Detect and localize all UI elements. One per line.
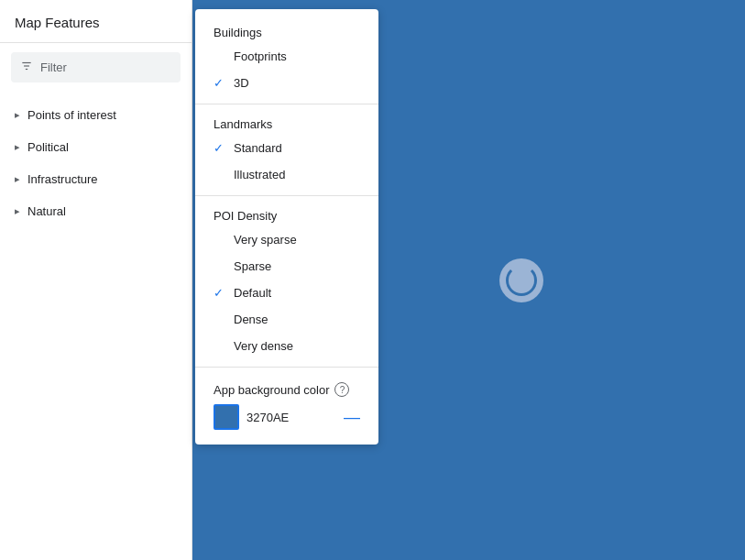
map-loading-spinner	[499, 258, 543, 302]
dropdown-panel: Buildings Footprints ✓ 3D Landmarks ✓ St…	[195, 9, 378, 445]
sidebar: Map Features Filter ▸ Points of interest…	[0, 0, 192, 560]
sidebar-item-political[interactable]: ▸ Political	[0, 131, 192, 163]
very-sparse-option[interactable]: Very sparse	[195, 226, 378, 253]
filter-icon	[20, 60, 33, 75]
sidebar-nav: ▸ Points of interest ▸ Political ▸ Infra…	[0, 92, 192, 235]
help-icon[interactable]: ?	[334, 382, 349, 397]
standard-option[interactable]: ✓ Standard	[195, 135, 378, 161]
check-icon: ✓	[214, 286, 228, 300]
sparse-label: Sparse	[234, 259, 271, 273]
poi-density-section-title: POI Density	[195, 203, 378, 226]
check-icon: ✓	[214, 141, 228, 155]
very-sparse-label: Very sparse	[234, 233, 297, 247]
sparse-option[interactable]: Sparse	[195, 253, 378, 280]
illustrated-label: Illustrated	[234, 168, 285, 181]
3d-option[interactable]: ✓ 3D	[195, 70, 378, 96]
footprints-label: Footprints	[234, 49, 287, 63]
sidebar-item-label: Natural	[27, 204, 66, 218]
app-bg-label-row: App background color ?	[214, 382, 360, 397]
chevron-right-icon: ▸	[15, 141, 20, 153]
color-clear-button[interactable]: —	[344, 408, 360, 427]
very-dense-option[interactable]: Very dense	[195, 333, 378, 359]
color-swatch[interactable]	[214, 404, 239, 430]
color-row: 3270AE —	[214, 404, 360, 430]
sidebar-item-label: Political	[27, 140, 69, 154]
divider-1	[195, 104, 378, 104]
dense-option[interactable]: Dense	[195, 306, 378, 333]
3d-label: 3D	[234, 76, 249, 90]
sidebar-item-label: Infrastructure	[27, 172, 98, 186]
default-option[interactable]: ✓ Default	[195, 280, 378, 306]
color-value[interactable]: 3270AE	[247, 411, 311, 424]
default-label: Default	[234, 286, 271, 300]
sidebar-title: Map Features	[15, 15, 100, 30]
filter-label: Filter	[40, 60, 67, 74]
sidebar-item-natural[interactable]: ▸ Natural	[0, 195, 192, 227]
sidebar-item-poi[interactable]: ▸ Points of interest	[0, 99, 192, 131]
sidebar-header: Map Features	[0, 0, 192, 43]
illustrated-option[interactable]: Illustrated	[195, 161, 378, 188]
standard-label: Standard	[234, 141, 282, 155]
very-dense-label: Very dense	[234, 339, 293, 353]
divider-3	[195, 367, 378, 368]
chevron-right-icon: ▸	[15, 109, 20, 121]
landmarks-section-title: Landmarks	[195, 112, 378, 135]
app-bg-label: App background color	[214, 383, 329, 397]
sidebar-item-infrastructure[interactable]: ▸ Infrastructure	[0, 163, 192, 195]
footprints-option[interactable]: Footprints	[195, 43, 378, 70]
dense-label: Dense	[234, 313, 268, 326]
chevron-right-icon: ▸	[15, 205, 20, 217]
buildings-section-title: Buildings	[195, 20, 378, 43]
check-icon: ✓	[214, 76, 228, 90]
filter-bar[interactable]: Filter	[11, 52, 181, 82]
app-background-section: App background color ? 3270AE —	[195, 375, 378, 434]
sidebar-item-label: Points of interest	[27, 108, 116, 122]
chevron-right-icon: ▸	[15, 173, 20, 185]
divider-2	[195, 195, 378, 196]
